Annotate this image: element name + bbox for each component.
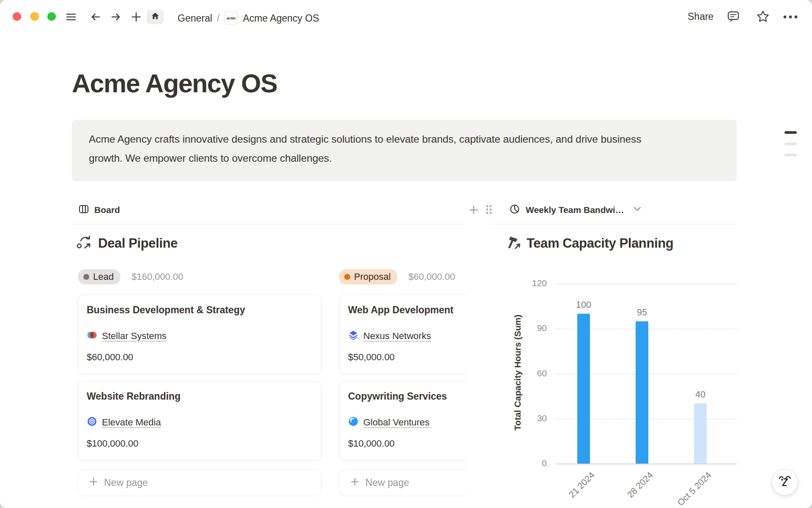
chart-view-icon [509, 204, 520, 216]
stellar-systems-logo-icon [87, 330, 97, 342]
zoom-button[interactable] [47, 12, 56, 21]
y-axis-tick: 90 [517, 323, 547, 333]
more-options-button[interactable] [782, 13, 799, 21]
card-company: Stellar Systems [87, 330, 167, 342]
ellipsis-icon [782, 13, 799, 21]
board-card[interactable]: Web App Development Nexus Networks $50,0… [339, 295, 466, 374]
chevron-down-icon[interactable] [633, 206, 642, 214]
board-heading: Deal Pipeline [76, 235, 178, 252]
company-link[interactable]: Nexus Networks [363, 331, 431, 342]
acme-logo: acme [227, 12, 236, 24]
bar[interactable] [636, 321, 648, 464]
nexus-networks-logo-icon [348, 330, 359, 342]
bar-value-label: 95 [625, 307, 659, 318]
ai-assistant-button[interactable] [772, 469, 798, 495]
bar-chart: Total Capacity Hours (Sum) 0306090120100… [466, 229, 737, 508]
bar-value-label: 100 [567, 300, 601, 310]
page-title[interactable]: Acme Agency OS [72, 68, 277, 99]
new-page-button[interactable]: New page [339, 469, 466, 496]
comments-button[interactable] [726, 9, 741, 24]
back-button[interactable] [89, 11, 102, 23]
card-company: Elevate Media [87, 416, 161, 428]
favorite-button[interactable] [755, 9, 771, 24]
hamburger-menu-icon [65, 11, 77, 23]
sidebar-toggle-button[interactable] [65, 11, 77, 23]
toc-indicator[interactable] [785, 130, 797, 158]
minimize-button[interactable] [30, 12, 39, 21]
new-page-label: New page [104, 477, 148, 489]
board-card[interactable]: Copywriting Services Global Ventures $10… [339, 381, 466, 461]
share-button[interactable]: Share [688, 11, 713, 22]
divider-right [491, 224, 737, 224]
board-heading-text[interactable]: Deal Pipeline [98, 236, 178, 251]
breadcrumb: General / acme Acme Agency OS [178, 11, 319, 25]
company-link[interactable]: Global Ventures [363, 417, 430, 428]
group-header-lead[interactable]: Lead $160,000.00 [78, 269, 183, 284]
breadcrumb-separator: / [217, 12, 219, 24]
close-button[interactable] [13, 12, 21, 21]
gridline [556, 284, 737, 284]
y-axis-tick: 60 [517, 368, 547, 378]
plus-icon [350, 477, 360, 489]
bar-value-label: 40 [683, 389, 717, 400]
y-axis-tick: 0 [517, 458, 547, 468]
page-icon[interactable]: acme [224, 11, 238, 25]
bar[interactable] [577, 314, 590, 464]
y-axis-tick: 30 [517, 413, 547, 423]
status-badge-lead[interactable]: Lead [78, 269, 121, 284]
card-amount: $100,000.00 [87, 438, 138, 449]
status-dot [83, 274, 89, 280]
toc-bar [785, 143, 797, 145]
card-amount: $50,000.00 [348, 352, 395, 363]
breadcrumb-root[interactable]: General [178, 12, 212, 24]
topbar: General / acme Acme Agency OS Share [0, 0, 812, 34]
drag-handle-icon [485, 204, 493, 215]
plus-icon [468, 204, 480, 216]
group-sum: $60,000.00 [409, 271, 455, 282]
x-axis-line [556, 464, 737, 464]
board-card[interactable]: Business Development & Strategy Stellar … [78, 295, 321, 374]
home-icon [151, 11, 160, 22]
new-page-button[interactable]: New page [78, 469, 321, 496]
deal-pipeline-board: Deal Pipeline Lead $160,000.00 Proposal … [72, 229, 466, 508]
chart-view-label: Weekly Team Bandwi… [526, 205, 624, 215]
team-capacity-panel: Team Capacity Planning Total Capacity Ho… [466, 229, 737, 508]
status-badge-proposal[interactable]: Proposal [339, 269, 398, 284]
plus-icon [88, 477, 99, 489]
breadcrumb-page[interactable]: Acme Agency OS [243, 12, 319, 24]
new-tab-button[interactable] [129, 10, 143, 24]
group-sum: $160,000.00 [132, 271, 183, 282]
company-link[interactable]: Elevate Media [102, 417, 161, 428]
card-title: Web App Development [348, 304, 453, 316]
back-arrow-icon [89, 11, 102, 23]
add-view-button[interactable] [468, 204, 480, 216]
new-page-label: New page [365, 477, 409, 489]
drag-handle[interactable] [485, 204, 493, 215]
comment-icon [726, 9, 741, 24]
board-view-tab[interactable]: Board [78, 204, 120, 216]
card-title: Copywriting Services [348, 391, 447, 402]
forward-button[interactable] [110, 11, 122, 23]
divider-left [72, 224, 465, 224]
global-ventures-logo-icon [348, 416, 359, 428]
card-amount: $60,000.00 [87, 352, 133, 363]
x-axis-label: 21 2024 [567, 470, 597, 500]
bar[interactable] [694, 403, 707, 464]
y-axis-tick: 120 [517, 278, 547, 288]
board-card[interactable]: Website Rebranding Elevate Media $100,00… [78, 381, 321, 461]
forward-arrow-icon [110, 11, 122, 23]
home-button[interactable] [147, 10, 164, 24]
card-amount: $10,000.00 [348, 438, 395, 449]
card-title: Business Development & Strategy [87, 304, 245, 316]
toc-bar [785, 154, 797, 156]
group-header-proposal[interactable]: Proposal $60,000.00 [339, 269, 455, 284]
callout-text[interactable]: Acme Agency crafts innovative designs an… [89, 130, 656, 168]
plus-icon [129, 10, 143, 24]
ai-face-icon [777, 473, 793, 491]
chart-view-tab[interactable]: Weekly Team Bandwi… [509, 204, 642, 216]
board-view-label: Board [94, 205, 120, 215]
callout-block[interactable]: Acme Agency crafts innovative designs an… [72, 120, 737, 181]
company-link[interactable]: Stellar Systems [102, 331, 167, 342]
status-label: Proposal [354, 271, 391, 282]
x-axis-label: Oct 5 2024 [675, 470, 713, 508]
